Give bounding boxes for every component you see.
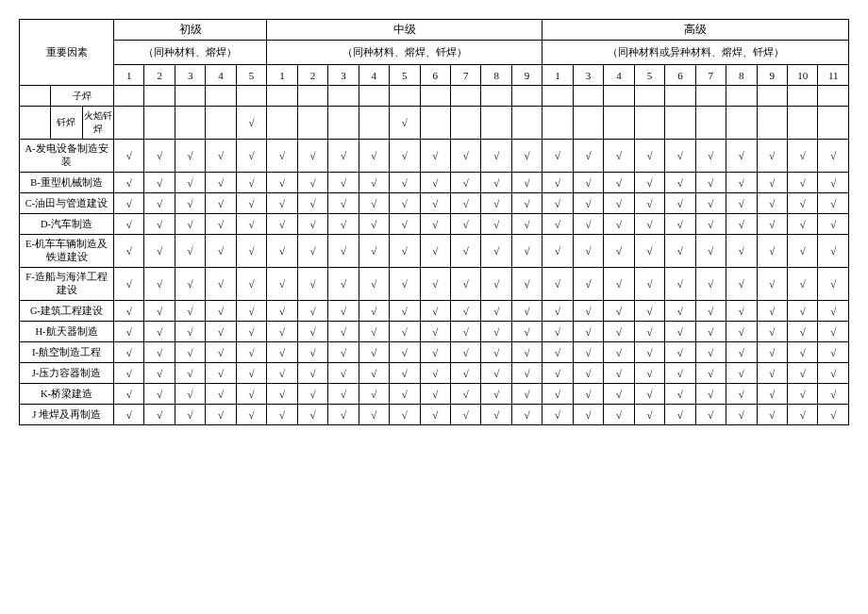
cell: √ <box>573 405 603 425</box>
row-label: G-建筑工程建设 <box>20 301 114 322</box>
cell: √ <box>634 384 664 405</box>
cell: √ <box>695 363 726 384</box>
cell: √ <box>297 214 327 235</box>
cell: √ <box>573 193 603 214</box>
cell <box>481 107 511 140</box>
col-num: 3 <box>573 65 603 86</box>
cell: √ <box>359 384 389 405</box>
col-num: 9 <box>757 65 787 86</box>
cell: √ <box>695 342 726 363</box>
cell: √ <box>328 214 359 235</box>
cell: √ <box>420 193 450 214</box>
cell: √ <box>450 322 480 342</box>
cell: √ <box>757 235 787 268</box>
cell: √ <box>267 405 297 425</box>
cell: √ <box>695 140 726 173</box>
cell: √ <box>175 363 205 384</box>
cell <box>267 107 297 140</box>
cell: √ <box>114 140 144 173</box>
cell: √ <box>573 173 603 193</box>
cell: √ <box>634 173 664 193</box>
cell: √ <box>726 384 757 405</box>
cell: √ <box>390 140 420 173</box>
cell: √ <box>604 140 634 173</box>
cell: √ <box>359 140 389 173</box>
cell: √ <box>542 268 573 301</box>
cell: √ <box>573 342 603 363</box>
cell: √ <box>481 342 511 363</box>
cell: √ <box>206 268 236 301</box>
cell: √ <box>297 268 327 301</box>
cell: √ <box>757 173 787 193</box>
col-num: 5 <box>634 65 664 86</box>
cell: √ <box>726 193 757 214</box>
col-num: 4 <box>206 65 236 86</box>
cell <box>757 107 787 140</box>
cell: √ <box>818 173 849 193</box>
cell: √ <box>634 322 664 342</box>
cell: √ <box>573 214 603 235</box>
cell: √ <box>390 363 420 384</box>
cell: √ <box>604 193 634 214</box>
col-num: 2 <box>144 65 175 86</box>
col-num: 5 <box>390 65 420 86</box>
cell: √ <box>604 214 634 235</box>
level-0-subtitle: （同种材料、熔焊） <box>114 41 267 65</box>
col-num: 7 <box>450 65 480 86</box>
cell: √ <box>450 405 480 425</box>
cell: √ <box>726 173 757 193</box>
cell: √ <box>144 363 175 384</box>
cell: √ <box>175 173 205 193</box>
cell: √ <box>787 214 817 235</box>
col-num: 4 <box>359 65 389 86</box>
cell: √ <box>144 214 175 235</box>
cell: √ <box>542 301 573 322</box>
cell: √ <box>511 322 542 342</box>
cell: √ <box>144 268 175 301</box>
cell: √ <box>511 193 542 214</box>
table-row: G-建筑工程建设√√√√√√√√√√√√√√√√√√√√√√√√ <box>20 301 849 322</box>
cell: √ <box>175 405 205 425</box>
cell: √ <box>757 214 787 235</box>
cell: √ <box>328 140 359 173</box>
cell: √ <box>175 193 205 214</box>
cell: √ <box>665 384 695 405</box>
col-number-row: 1 2 3 4 5 1 2 3 4 5 6 7 8 9 1 3 4 5 6 7 … <box>20 65 849 86</box>
cell: √ <box>542 322 573 342</box>
cell: √ <box>267 235 297 268</box>
cell: √ <box>328 405 359 425</box>
cell <box>420 107 450 140</box>
col-num: 2 <box>297 65 327 86</box>
cell: √ <box>757 363 787 384</box>
cell: √ <box>420 214 450 235</box>
cell: √ <box>787 193 817 214</box>
cell: √ <box>542 140 573 173</box>
cell: √ <box>450 301 480 322</box>
cell: √ <box>206 214 236 235</box>
cell: √ <box>450 342 480 363</box>
cell: √ <box>114 268 144 301</box>
cell: √ <box>450 214 480 235</box>
cell: √ <box>665 322 695 342</box>
cell: √ <box>267 322 297 342</box>
cell: √ <box>726 301 757 322</box>
cell: √ <box>787 322 817 342</box>
cell: √ <box>114 214 144 235</box>
cell: √ <box>542 173 573 193</box>
cell: √ <box>236 322 266 342</box>
level-0-title: 初级 <box>114 20 267 41</box>
cell: √ <box>573 235 603 268</box>
table-row: H-航天器制造√√√√√√√√√√√√√√√√√√√√√√√√ <box>20 322 849 342</box>
cell: √ <box>726 140 757 173</box>
cell: √ <box>420 173 450 193</box>
cell: √ <box>328 235 359 268</box>
cell: √ <box>144 405 175 425</box>
cell: √ <box>542 193 573 214</box>
cell: √ <box>114 301 144 322</box>
cell: √ <box>726 214 757 235</box>
cell <box>787 107 817 140</box>
cell: √ <box>297 363 327 384</box>
cell: √ <box>420 363 450 384</box>
cell: √ <box>695 193 726 214</box>
cell: √ <box>144 301 175 322</box>
